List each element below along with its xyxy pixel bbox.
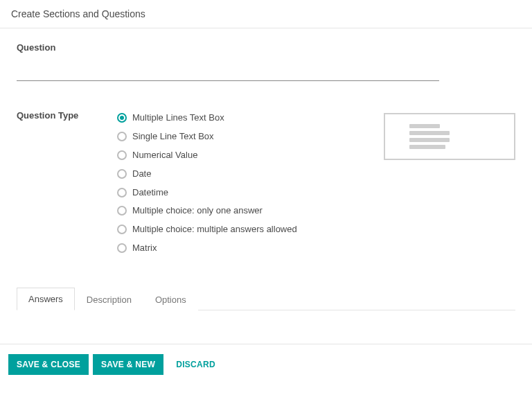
radio-datetime[interactable]: Datetime [117,184,311,202]
radio-label: Matrix [132,243,157,254]
radio-multiple-choice-one[interactable]: Multiple choice: only one answer [117,202,311,220]
radio-icon [117,243,127,253]
radio-multiple-lines-text-box[interactable]: Multiple Lines Text Box [117,109,311,128]
radio-single-line-text-box[interactable]: Single Line Text Box [117,128,311,146]
modal-body: Question Question Type Multiple Lines Te… [0,28,532,316]
tab-options[interactable]: Options [143,288,198,310]
question-type-row: Question Type Multiple Lines Text Box Si… [17,109,515,258]
modal-footer: SAVE & CLOSE SAVE & NEW DISCARD [0,344,532,385]
radio-numerical-value[interactable]: Numerical Value [117,146,311,165]
radio-icon [117,206,127,216]
radio-date[interactable]: Date [117,165,311,184]
save-new-button[interactable]: SAVE & NEW [93,354,163,375]
tabs: Answers Description Options [17,287,515,310]
question-type-options: Multiple Lines Text Box Single Line Text… [117,109,311,258]
modal-title: Create Sections and Questions [0,0,532,28]
radio-label: Datetime [132,187,168,199]
radio-label: Multiple choice: only one answer [132,205,263,217]
question-label: Question [17,42,515,53]
radio-label: Multiple Lines Text Box [132,112,224,124]
preview-line-icon [409,131,450,135]
preview-line-icon [409,138,450,142]
radio-icon [117,132,127,141]
radio-label: Date [132,168,151,180]
question-type-label: Question Type [17,109,117,121]
radio-icon [117,150,127,160]
radio-label: Single Line Text Box [132,131,214,143]
radio-icon [117,169,127,179]
question-input[interactable] [17,65,439,81]
radio-icon [117,113,127,123]
tab-answers[interactable]: Answers [17,288,75,310]
radio-matrix[interactable]: Matrix [117,239,311,258]
radio-icon [117,225,127,234]
radio-label: Multiple choice: multiple answers allowe… [132,224,297,236]
tab-description[interactable]: Description [75,288,143,310]
radio-multiple-choice-multiple[interactable]: Multiple choice: multiple answers allowe… [117,220,311,239]
discard-button[interactable]: DISCARD [168,354,224,375]
radio-label: Numerical Value [132,150,197,161]
radio-icon [117,188,127,197]
save-close-button[interactable]: SAVE & CLOSE [8,354,89,375]
preview-line-icon [409,124,440,128]
question-type-preview [384,113,515,160]
preview-line-icon [409,145,445,149]
